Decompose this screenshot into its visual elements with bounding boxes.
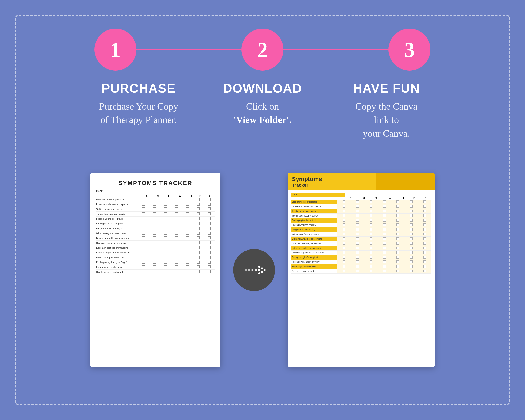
white-row-10: Extremely restless or impulsive <box>96 245 215 250</box>
step-label-2: DOWNLOAD Click on 'View Folder'. <box>218 81 307 140</box>
color-row-9: Overconfidence in your abilities <box>291 241 431 246</box>
step-line-2 <box>283 49 388 50</box>
color-row-6: Fatigue or loss of energy <box>291 227 431 232</box>
color-tracker-table: DATE: S M T W T F S <box>291 193 431 200</box>
col-f: F <box>196 194 205 197</box>
step-desc-3: Copy the Canva link to your Canva. <box>342 100 431 140</box>
col-w: W <box>173 194 187 197</box>
svg-point-2 <box>251 269 253 271</box>
white-row-15: Overly eager or motivated <box>96 270 215 274</box>
color-col-s1: S <box>345 197 356 200</box>
white-tracker-rows: Loss of interest or pleasure Increase or… <box>96 197 215 274</box>
step-desc-3-line3: your Canva. <box>363 128 410 139</box>
white-row-13: Feeling overly happy or "high" <box>96 260 215 265</box>
color-row-14: Engaging in risky behavior <box>291 264 431 269</box>
color-row-10: Extremely restless or impulsive <box>291 246 431 251</box>
color-col-t1: T <box>371 197 382 200</box>
white-row-3: Thoughts of death or suicide <box>96 212 215 216</box>
color-row-4: Feeling agitated or irritable <box>291 218 431 223</box>
step-circle-2: 2 <box>242 28 283 71</box>
col-t1: T <box>164 194 173 197</box>
white-row-4: Feeling agitated or irritable <box>96 216 215 221</box>
step-line-1 <box>137 49 242 50</box>
white-row-8: Distracted/unable to concentrate <box>96 236 215 241</box>
white-row-5: Feeling worthless or guilty <box>96 221 215 226</box>
col-t2: T <box>187 194 196 197</box>
step-desc-2-line1: Click on <box>246 101 279 112</box>
step-title-3: HAVE FUN <box>342 81 431 95</box>
color-tracker-subtitle: Tracker <box>292 183 431 188</box>
svg-point-8 <box>261 271 263 273</box>
color-col-header-label <box>291 197 345 200</box>
color-row-8: Distracted/unable to concentrate <box>291 237 431 241</box>
color-date-label: DATE: <box>291 193 345 197</box>
white-row-6: Fatigue or loss of energy <box>96 226 215 231</box>
steps-section: 1 2 3 PURCHASE Purchase Your Copy of The… <box>33 28 492 140</box>
color-row-1: Increase or decrease in apetite <box>291 204 431 209</box>
white-row-0: Loss of interest or pleasure <box>96 197 215 202</box>
previews-section: SYMPTOMS TRACKER DATE: S M T W T F <box>33 149 492 392</box>
white-tracker-card: SYMPTOMS TRACKER DATE: S M T W T F <box>90 173 221 367</box>
color-row-5: Feeling worthless or guilty <box>291 223 431 227</box>
color-tracker-rows: Loss of interest or pleasure Increase or… <box>291 200 431 274</box>
white-tracker-title: SYMPTOMS TRACKER <box>96 180 215 187</box>
color-row-13: Feeling overly happy or "high" <box>291 260 431 264</box>
white-row-1: Increase or decrease in apetite <box>96 202 215 207</box>
step-desc-3-line1: Copy the Canva <box>355 101 417 112</box>
step-desc-1-line2: of Therapy Planner. <box>100 114 177 125</box>
svg-point-5 <box>258 266 260 268</box>
white-row-2: To little or too much sleep <box>96 207 215 212</box>
step-title-2: DOWNLOAD <box>218 81 307 95</box>
step-desc-1: Purchase Your Copy of Therapy Planner. <box>94 100 183 127</box>
svg-point-7 <box>261 267 263 270</box>
svg-point-6 <box>258 272 260 274</box>
svg-point-4 <box>258 269 260 271</box>
svg-point-9 <box>263 269 266 271</box>
color-col-m: M <box>356 197 371 200</box>
step-desc-2-bold: 'View Folder'. <box>234 114 292 125</box>
step-title-1: PURCHASE <box>94 81 183 95</box>
color-row-11: Increase in goal-oriented activities <box>291 251 431 255</box>
color-col-t2: T <box>398 197 409 200</box>
color-col-w: W <box>382 197 398 200</box>
white-row-12: Racing thoughts/talking fast <box>96 255 215 260</box>
color-row-2: To little or too much sleep <box>291 209 431 214</box>
arrow-svg <box>242 262 267 279</box>
white-row-11: Increase in goal-oriented activities <box>96 250 215 255</box>
date-label: DATE: <box>96 189 142 194</box>
svg-point-1 <box>248 269 250 271</box>
col-header-label <box>96 194 142 197</box>
step-circle-3: 3 <box>388 28 431 71</box>
color-row-15: Overly eager or motivated <box>291 269 431 274</box>
step-circle-1: 1 <box>94 28 137 71</box>
step-label-1: PURCHASE Purchase Your Copy of Therapy P… <box>94 81 183 140</box>
color-row-0: Loss of interest or pleasure <box>291 200 431 204</box>
step-desc-3-line2: link to <box>374 114 399 125</box>
svg-point-0 <box>245 269 247 271</box>
white-row-9: Overconfidence in your abilities <box>96 241 215 245</box>
steps-row: 1 2 3 <box>94 28 431 71</box>
white-row-7: Withdrawing from loved ones <box>96 231 215 236</box>
step-desc-2: Click on 'View Folder'. <box>218 100 307 127</box>
col-s1: S <box>142 194 152 197</box>
col-s2: S <box>205 194 215 197</box>
svg-point-3 <box>255 269 257 271</box>
main-container: 1 2 3 PURCHASE Purchase Your Copy of The… <box>15 15 510 405</box>
color-tracker-card: Symptoms Tracker DATE: S M T <box>288 173 435 367</box>
color-row-3: Thoughts of death or suicide <box>291 214 431 218</box>
color-row-12: Racing thoughts/talking fast <box>291 255 431 260</box>
color-tracker-title: Symptoms <box>292 176 431 183</box>
color-col-f: F <box>409 197 420 200</box>
step-label-3: HAVE FUN Copy the Canva link to your Can… <box>342 81 431 140</box>
color-table-wrapper: DATE: S M T W T F S <box>288 190 435 367</box>
white-row-14: Engaging in risky behavior <box>96 265 215 270</box>
color-col-s2: S <box>420 197 431 200</box>
col-m: M <box>152 194 164 197</box>
steps-labels: PURCHASE Purchase Your Copy of Therapy P… <box>94 81 431 140</box>
white-tracker-table: DATE: S M T W T F S <box>96 189 215 197</box>
color-tracker-header: Symptoms Tracker <box>288 173 435 190</box>
step-desc-1-line1: Purchase Your Copy <box>99 101 178 112</box>
color-row-7: Withdrawing from loved ones <box>291 232 431 237</box>
arrow-circle <box>233 249 275 291</box>
